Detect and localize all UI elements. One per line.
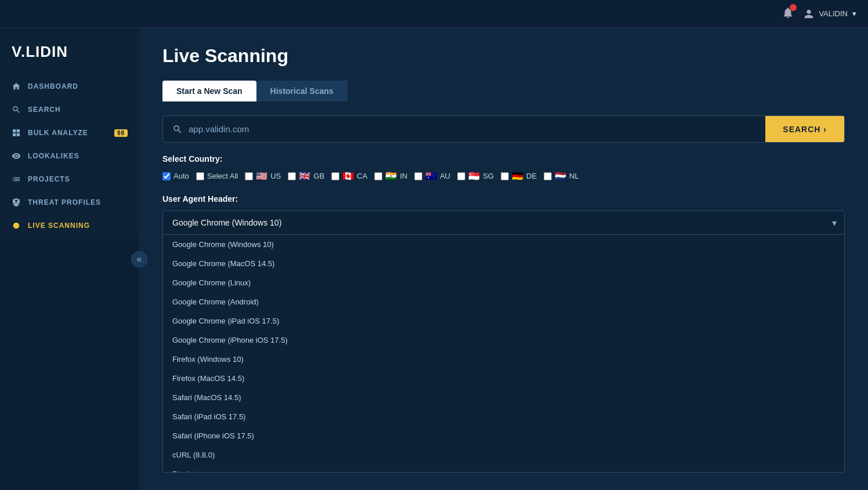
country-item-auto[interactable]: Auto [162, 172, 189, 180]
ua-option-safari-ipad[interactable]: Safari (iPad iOS 17.5) [163, 407, 844, 426]
country-checkbox-de[interactable] [501, 172, 509, 180]
tab-historical[interactable]: Historical Scans [256, 81, 348, 101]
country-flag-au: 🇦🇺 [425, 170, 437, 182]
country-flag-de: 🇩🇪 [512, 170, 523, 182]
ua-section-label: User Agent Header: [162, 194, 845, 204]
search-button[interactable]: SEARCH › [765, 116, 844, 142]
username-label: VALIDIN [819, 9, 848, 18]
country-checkbox-in[interactable] [374, 172, 382, 180]
layout: V.LIDIN DASHBOARD SEARCH BULK ANALYZE 98 [0, 28, 868, 490]
sidebar-item-projects[interactable]: PROJECTS [0, 168, 139, 191]
country-code-ca: CA [357, 172, 367, 180]
main-content: Live Scanning Start a New Scan Historica… [139, 28, 868, 490]
bulk-analyze-badge: 98 [114, 129, 128, 137]
ua-select[interactable]: Google Chrome (Windows 10)Google Chrome … [162, 210, 845, 235]
country-flag-sg: 🇸🇬 [468, 170, 480, 182]
ua-option-chrome-macos[interactable]: Google Chrome (MacOS 14.5) [163, 254, 844, 273]
sidebar-item-lookalikes[interactable]: LOOKALIKES [0, 144, 139, 168]
person-shield-icon [12, 198, 21, 207]
country-flag-us: 🇺🇸 [256, 170, 267, 182]
country-code-gb: GB [313, 172, 324, 180]
country-item-gb[interactable]: 🇬🇧GB [288, 170, 324, 182]
sidebar-label-threat-profiles: THREAT PROFILES [28, 198, 101, 206]
sidebar-item-threat-profiles[interactable]: THREAT PROFILES [0, 191, 139, 214]
country-checkbox-nl[interactable] [544, 172, 552, 180]
sidebar-label-lookalikes: LOOKALIKES [28, 152, 79, 160]
grid-icon [12, 128, 21, 137]
ua-option-firefox-macos[interactable]: Firefox (MacOS 14.5) [163, 369, 844, 388]
country-item-select-all[interactable]: Select All [196, 172, 238, 180]
country-code-in: IN [400, 172, 407, 180]
country-flag-gb: 🇬🇧 [299, 170, 310, 182]
user-chevron: ▾ [852, 9, 856, 18]
ua-dropdown[interactable]: Google Chrome (Windows 10)Google Chrome … [162, 235, 845, 473]
country-checkbox-au[interactable] [414, 172, 422, 180]
sidebar-item-dashboard[interactable]: DASHBOARD [0, 75, 139, 98]
country-checkbox-sg[interactable] [457, 172, 465, 180]
sidebar-collapse-button[interactable]: « [131, 251, 147, 267]
eye-icon [12, 151, 21, 161]
sidebar-label-live-scanning: LIVE SCANNING [28, 222, 90, 230]
sidebar-item-live-scanning[interactable]: LIVE SCANNING [0, 214, 139, 237]
live-scanning-icon [12, 221, 21, 230]
country-code-de: DE [526, 172, 537, 180]
country-flag-ca: 🇨🇦 [342, 170, 354, 182]
country-checkbox-ca[interactable] [331, 172, 339, 180]
country-item-nl[interactable]: 🇳🇱NL [544, 170, 579, 182]
tabs: Start a New Scan Historical Scans [162, 81, 845, 101]
country-row: AutoSelect All🇺🇸US🇬🇧GB🇨🇦CA🇮🇳IN🇦🇺AU🇸🇬SG🇩🇪… [162, 170, 845, 182]
sidebar-label-dashboard: DASHBOARD [28, 82, 78, 90]
country-code-sg: SG [483, 172, 494, 180]
sidebar-label-bulk-analyze: BULK ANALYZE [28, 129, 88, 137]
page-title: Live Scanning [162, 45, 845, 67]
country-code-au: AU [440, 172, 450, 180]
country-code-us: US [270, 172, 281, 180]
search-input[interactable] [189, 116, 756, 142]
country-item-au[interactable]: 🇦🇺AU [414, 170, 450, 182]
ua-option-bingbot[interactable]: Bingbot [163, 464, 844, 473]
svg-point-0 [13, 223, 20, 229]
country-code-nl: NL [569, 172, 579, 180]
notification-badge [790, 4, 797, 11]
sidebar: V.LIDIN DASHBOARD SEARCH BULK ANALYZE 98 [0, 28, 139, 237]
ua-option-chrome-ipad[interactable]: Google Chrome (iPad iOS 17.5) [163, 311, 844, 331]
ua-option-chrome-android[interactable]: Google Chrome (Android) [163, 292, 844, 311]
country-code-select-all: Select All [207, 172, 238, 180]
country-checkbox-select-all[interactable] [196, 172, 204, 180]
tab-new-scan[interactable]: Start a New Scan [162, 81, 256, 101]
country-item-in[interactable]: 🇮🇳IN [374, 170, 407, 182]
sidebar-nav: DASHBOARD SEARCH BULK ANALYZE 98 LOOKALI… [0, 75, 139, 237]
country-flag-nl: 🇳🇱 [555, 170, 566, 182]
list-icon [12, 175, 21, 184]
ua-option-safari-iphone[interactable]: Safari (iPhone iOS 17.5) [163, 426, 844, 445]
notifications-bell[interactable] [782, 6, 794, 21]
ua-option-curl[interactable]: cURL (8.8.0) [163, 445, 844, 464]
sidebar-wrap: V.LIDIN DASHBOARD SEARCH BULK ANALYZE 98 [0, 28, 139, 490]
topbar: VALIDIN ▾ [0, 0, 868, 28]
country-checkbox-gb[interactable] [288, 172, 296, 180]
home-icon [12, 82, 21, 91]
logo: V.LIDIN [0, 34, 139, 75]
ua-option-chrome-win10[interactable]: Google Chrome (Windows 10) [163, 235, 844, 254]
sidebar-item-bulk-analyze[interactable]: BULK ANALYZE 98 [0, 121, 139, 144]
country-item-de[interactable]: 🇩🇪DE [501, 170, 537, 182]
sidebar-item-search[interactable]: SEARCH [0, 98, 139, 121]
country-section-label: Select Country: [162, 154, 845, 164]
ua-option-safari-macos[interactable]: Safari (MacOS 14.5) [163, 388, 844, 407]
sidebar-label-search: SEARCH [28, 106, 61, 114]
country-item-us[interactable]: 🇺🇸US [245, 170, 281, 182]
country-item-sg[interactable]: 🇸🇬SG [457, 170, 494, 182]
sidebar-label-projects: PROJECTS [28, 175, 70, 183]
country-checkbox-us[interactable] [245, 172, 253, 180]
ua-option-chrome-linux[interactable]: Google Chrome (Linux) [163, 273, 844, 292]
user-menu[interactable]: VALIDIN ▾ [804, 9, 856, 19]
country-item-ca[interactable]: 🇨🇦CA [331, 170, 367, 182]
ua-option-chrome-iphone[interactable]: Google Chrome (iPhone iOS 17.5) [163, 331, 844, 350]
ua-select-wrapper: Google Chrome (Windows 10)Google Chrome … [162, 210, 845, 235]
country-checkbox-auto[interactable] [162, 172, 171, 180]
ua-option-firefox-win10[interactable]: Firefox (Windows 10) [163, 350, 844, 369]
search-bar: SEARCH › [162, 115, 845, 143]
country-code-auto: Auto [173, 172, 189, 180]
search-icon [12, 105, 21, 114]
search-bar-inner [163, 116, 765, 142]
